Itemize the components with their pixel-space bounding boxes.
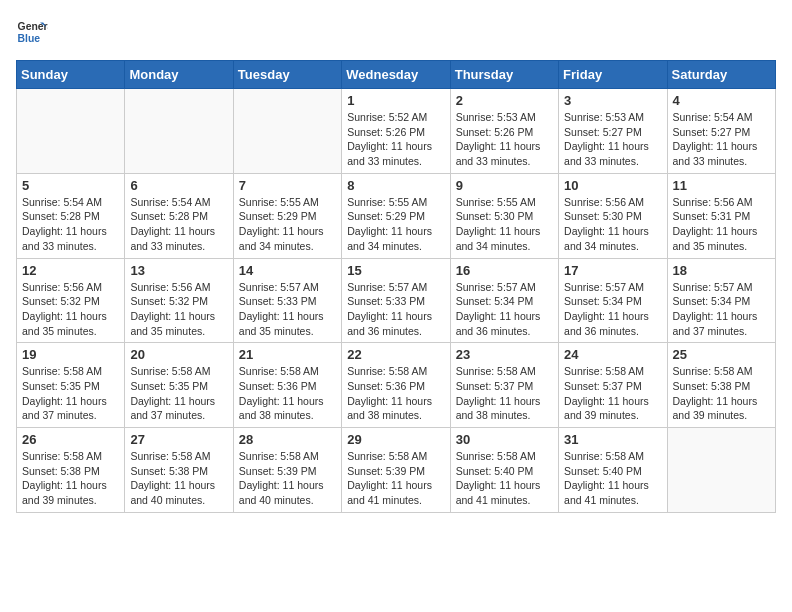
calendar-cell: 4Sunrise: 5:54 AMSunset: 5:27 PMDaylight… (667, 89, 775, 174)
day-info: Sunrise: 5:55 AMSunset: 5:29 PMDaylight:… (347, 195, 444, 254)
day-number: 8 (347, 178, 444, 193)
day-number: 6 (130, 178, 227, 193)
calendar-cell: 16Sunrise: 5:57 AMSunset: 5:34 PMDayligh… (450, 258, 558, 343)
weekday-header-row: SundayMondayTuesdayWednesdayThursdayFrid… (17, 61, 776, 89)
calendar-cell: 11Sunrise: 5:56 AMSunset: 5:31 PMDayligh… (667, 173, 775, 258)
weekday-header: Saturday (667, 61, 775, 89)
day-info: Sunrise: 5:55 AMSunset: 5:29 PMDaylight:… (239, 195, 336, 254)
day-info: Sunrise: 5:52 AMSunset: 5:26 PMDaylight:… (347, 110, 444, 169)
day-info: Sunrise: 5:58 AMSunset: 5:40 PMDaylight:… (564, 449, 661, 508)
day-info: Sunrise: 5:58 AMSunset: 5:38 PMDaylight:… (673, 364, 770, 423)
calendar-cell (17, 89, 125, 174)
day-number: 5 (22, 178, 119, 193)
calendar-cell: 14Sunrise: 5:57 AMSunset: 5:33 PMDayligh… (233, 258, 341, 343)
calendar-week-row: 1Sunrise: 5:52 AMSunset: 5:26 PMDaylight… (17, 89, 776, 174)
day-number: 17 (564, 263, 661, 278)
day-info: Sunrise: 5:58 AMSunset: 5:39 PMDaylight:… (239, 449, 336, 508)
day-info: Sunrise: 5:58 AMSunset: 5:36 PMDaylight:… (239, 364, 336, 423)
calendar-cell: 1Sunrise: 5:52 AMSunset: 5:26 PMDaylight… (342, 89, 450, 174)
day-number: 7 (239, 178, 336, 193)
day-number: 12 (22, 263, 119, 278)
day-info: Sunrise: 5:56 AMSunset: 5:30 PMDaylight:… (564, 195, 661, 254)
day-number: 16 (456, 263, 553, 278)
day-info: Sunrise: 5:54 AMSunset: 5:28 PMDaylight:… (22, 195, 119, 254)
weekday-header: Monday (125, 61, 233, 89)
calendar-cell (667, 428, 775, 513)
calendar-cell: 8Sunrise: 5:55 AMSunset: 5:29 PMDaylight… (342, 173, 450, 258)
day-number: 3 (564, 93, 661, 108)
calendar-cell: 21Sunrise: 5:58 AMSunset: 5:36 PMDayligh… (233, 343, 341, 428)
calendar-week-row: 19Sunrise: 5:58 AMSunset: 5:35 PMDayligh… (17, 343, 776, 428)
day-number: 10 (564, 178, 661, 193)
weekday-header: Sunday (17, 61, 125, 89)
calendar-cell: 29Sunrise: 5:58 AMSunset: 5:39 PMDayligh… (342, 428, 450, 513)
calendar-cell: 2Sunrise: 5:53 AMSunset: 5:26 PMDaylight… (450, 89, 558, 174)
day-info: Sunrise: 5:58 AMSunset: 5:40 PMDaylight:… (456, 449, 553, 508)
calendar-cell: 5Sunrise: 5:54 AMSunset: 5:28 PMDaylight… (17, 173, 125, 258)
calendar-cell: 23Sunrise: 5:58 AMSunset: 5:37 PMDayligh… (450, 343, 558, 428)
calendar-cell: 22Sunrise: 5:58 AMSunset: 5:36 PMDayligh… (342, 343, 450, 428)
day-number: 25 (673, 347, 770, 362)
logo-icon: General Blue (16, 16, 48, 48)
calendar-cell: 26Sunrise: 5:58 AMSunset: 5:38 PMDayligh… (17, 428, 125, 513)
calendar-cell: 9Sunrise: 5:55 AMSunset: 5:30 PMDaylight… (450, 173, 558, 258)
day-info: Sunrise: 5:58 AMSunset: 5:37 PMDaylight:… (564, 364, 661, 423)
calendar-cell: 31Sunrise: 5:58 AMSunset: 5:40 PMDayligh… (559, 428, 667, 513)
calendar-cell: 25Sunrise: 5:58 AMSunset: 5:38 PMDayligh… (667, 343, 775, 428)
calendar-cell: 6Sunrise: 5:54 AMSunset: 5:28 PMDaylight… (125, 173, 233, 258)
day-number: 1 (347, 93, 444, 108)
page-header: General Blue (16, 16, 776, 48)
calendar-cell (233, 89, 341, 174)
day-number: 11 (673, 178, 770, 193)
calendar-week-row: 5Sunrise: 5:54 AMSunset: 5:28 PMDaylight… (17, 173, 776, 258)
day-number: 9 (456, 178, 553, 193)
day-number: 15 (347, 263, 444, 278)
day-info: Sunrise: 5:57 AMSunset: 5:33 PMDaylight:… (347, 280, 444, 339)
calendar-cell: 7Sunrise: 5:55 AMSunset: 5:29 PMDaylight… (233, 173, 341, 258)
day-number: 21 (239, 347, 336, 362)
calendar-cell: 17Sunrise: 5:57 AMSunset: 5:34 PMDayligh… (559, 258, 667, 343)
day-number: 13 (130, 263, 227, 278)
calendar-cell: 28Sunrise: 5:58 AMSunset: 5:39 PMDayligh… (233, 428, 341, 513)
calendar-cell (125, 89, 233, 174)
calendar-cell: 24Sunrise: 5:58 AMSunset: 5:37 PMDayligh… (559, 343, 667, 428)
weekday-header: Wednesday (342, 61, 450, 89)
calendar-cell: 10Sunrise: 5:56 AMSunset: 5:30 PMDayligh… (559, 173, 667, 258)
day-info: Sunrise: 5:57 AMSunset: 5:34 PMDaylight:… (456, 280, 553, 339)
day-info: Sunrise: 5:58 AMSunset: 5:38 PMDaylight:… (130, 449, 227, 508)
day-info: Sunrise: 5:57 AMSunset: 5:33 PMDaylight:… (239, 280, 336, 339)
day-number: 29 (347, 432, 444, 447)
calendar-cell: 27Sunrise: 5:58 AMSunset: 5:38 PMDayligh… (125, 428, 233, 513)
calendar-week-row: 12Sunrise: 5:56 AMSunset: 5:32 PMDayligh… (17, 258, 776, 343)
day-info: Sunrise: 5:58 AMSunset: 5:38 PMDaylight:… (22, 449, 119, 508)
day-info: Sunrise: 5:54 AMSunset: 5:27 PMDaylight:… (673, 110, 770, 169)
day-info: Sunrise: 5:58 AMSunset: 5:37 PMDaylight:… (456, 364, 553, 423)
day-number: 30 (456, 432, 553, 447)
svg-text:Blue: Blue (18, 33, 41, 44)
day-info: Sunrise: 5:53 AMSunset: 5:26 PMDaylight:… (456, 110, 553, 169)
day-info: Sunrise: 5:57 AMSunset: 5:34 PMDaylight:… (673, 280, 770, 339)
weekday-header: Tuesday (233, 61, 341, 89)
day-number: 31 (564, 432, 661, 447)
calendar-week-row: 26Sunrise: 5:58 AMSunset: 5:38 PMDayligh… (17, 428, 776, 513)
day-number: 18 (673, 263, 770, 278)
day-info: Sunrise: 5:53 AMSunset: 5:27 PMDaylight:… (564, 110, 661, 169)
day-info: Sunrise: 5:58 AMSunset: 5:35 PMDaylight:… (22, 364, 119, 423)
day-number: 2 (456, 93, 553, 108)
day-number: 14 (239, 263, 336, 278)
calendar-cell: 13Sunrise: 5:56 AMSunset: 5:32 PMDayligh… (125, 258, 233, 343)
weekday-header: Friday (559, 61, 667, 89)
day-number: 20 (130, 347, 227, 362)
weekday-header: Thursday (450, 61, 558, 89)
calendar-cell: 12Sunrise: 5:56 AMSunset: 5:32 PMDayligh… (17, 258, 125, 343)
day-info: Sunrise: 5:56 AMSunset: 5:31 PMDaylight:… (673, 195, 770, 254)
day-info: Sunrise: 5:56 AMSunset: 5:32 PMDaylight:… (22, 280, 119, 339)
calendar-cell: 18Sunrise: 5:57 AMSunset: 5:34 PMDayligh… (667, 258, 775, 343)
day-info: Sunrise: 5:58 AMSunset: 5:35 PMDaylight:… (130, 364, 227, 423)
day-info: Sunrise: 5:55 AMSunset: 5:30 PMDaylight:… (456, 195, 553, 254)
calendar-cell: 30Sunrise: 5:58 AMSunset: 5:40 PMDayligh… (450, 428, 558, 513)
calendar-cell: 3Sunrise: 5:53 AMSunset: 5:27 PMDaylight… (559, 89, 667, 174)
day-info: Sunrise: 5:58 AMSunset: 5:39 PMDaylight:… (347, 449, 444, 508)
day-number: 23 (456, 347, 553, 362)
day-number: 22 (347, 347, 444, 362)
